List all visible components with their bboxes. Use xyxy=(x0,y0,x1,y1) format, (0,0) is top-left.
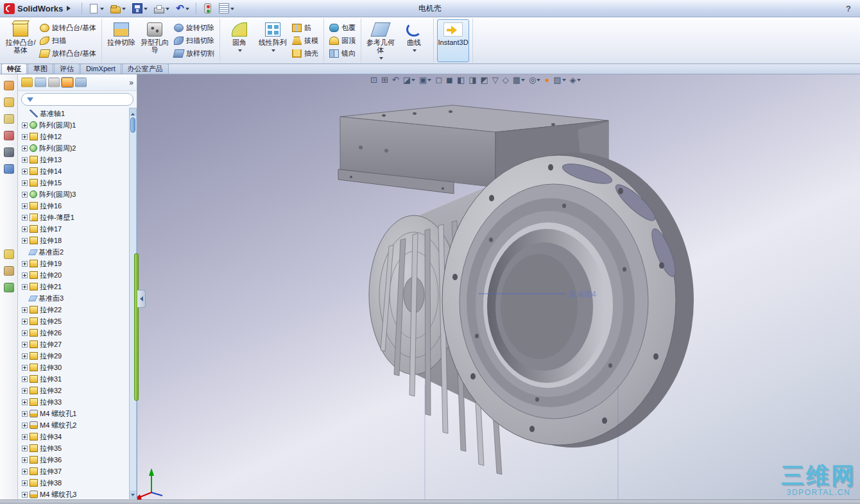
sweep-cut-button[interactable]: 扫描切除 xyxy=(172,35,216,46)
tool-icon-2[interactable] xyxy=(4,97,14,107)
tree-item-12[interactable]: 拉伸18 xyxy=(18,235,128,246)
mirror-button[interactable]: 镜向 xyxy=(327,48,357,59)
tree-item-8[interactable]: 阵列(圆周)3 xyxy=(18,189,128,200)
tool-icon-8[interactable] xyxy=(4,266,14,276)
tree-item-expander-icon[interactable] xyxy=(22,192,28,197)
isometric-view-icon[interactable]: ◇ xyxy=(501,74,510,86)
new-dropdown-icon[interactable] xyxy=(100,8,104,12)
new-document-button[interactable] xyxy=(87,1,106,15)
tree-item-34[interactable]: M4 螺纹孔3 xyxy=(18,489,128,500)
tree-item-expander-icon[interactable] xyxy=(22,169,28,174)
featuremanager-tab-icon[interactable] xyxy=(21,78,33,87)
tree-item-28[interactable]: M4 螺纹孔2 xyxy=(18,419,128,431)
panel-splitter-handle[interactable] xyxy=(134,253,139,401)
tree-item-expander-icon[interactable] xyxy=(22,180,28,186)
front-view-icon[interactable]: ◻ xyxy=(434,74,443,86)
tree-item-11[interactable]: 拉伸17 xyxy=(18,223,128,235)
tree-item-expander-icon[interactable] xyxy=(22,446,28,451)
extruded-cut-button[interactable]: 拉伸切除 xyxy=(105,19,137,62)
sweep-button[interactable]: 扫描 xyxy=(38,35,98,46)
tree-item-32[interactable]: 拉伸37 xyxy=(18,466,128,477)
tree-item-expander-icon[interactable] xyxy=(22,284,28,290)
tree-item-18[interactable]: 拉伸22 xyxy=(18,304,128,315)
tree-item-expander-icon[interactable] xyxy=(22,226,28,232)
scrollbar-down-arrow-icon[interactable] xyxy=(130,491,136,498)
save-button[interactable] xyxy=(130,1,150,15)
tree-item-expander-icon[interactable] xyxy=(22,307,28,313)
tree-item-expander-icon[interactable] xyxy=(22,157,28,163)
tree-item-20[interactable]: 拉伸26 xyxy=(18,327,128,339)
tool-icon-1[interactable] xyxy=(4,81,14,90)
undo-dropdown-icon[interactable] xyxy=(185,8,189,12)
left-view-icon[interactable]: ◧ xyxy=(456,74,466,86)
print-button[interactable] xyxy=(152,1,171,15)
tree-item-expander-icon[interactable] xyxy=(22,134,28,140)
tree-item-expander-icon[interactable] xyxy=(22,353,28,359)
wrap-button[interactable]: 包覆 xyxy=(327,22,357,33)
tree-item-27[interactable]: M4 螺纹孔1 xyxy=(18,408,128,419)
section-view-icon[interactable]: ◪ xyxy=(402,74,417,86)
tree-item-expander-icon[interactable] xyxy=(22,434,28,440)
bottom-view-icon[interactable]: ▽ xyxy=(491,74,500,86)
tree-item-22[interactable]: 拉伸29 xyxy=(18,350,128,362)
view-settings-icon[interactable]: ◈ xyxy=(569,74,582,86)
tool-icon-5[interactable] xyxy=(4,147,14,157)
tree-item-29[interactable]: 拉伸34 xyxy=(18,431,128,442)
right-view-icon[interactable]: ◨ xyxy=(467,74,477,86)
open-button[interactable] xyxy=(108,1,128,15)
menu-expand-arrow-icon[interactable] xyxy=(67,6,73,11)
tool-icon-9[interactable] xyxy=(4,283,14,292)
extrude-boss-button[interactable]: 拉伸凸台/基体 xyxy=(4,19,37,62)
displaymanager-tab-icon[interactable] xyxy=(75,78,87,87)
print-dropdown-icon[interactable] xyxy=(166,8,169,12)
display-style-icon[interactable]: ▦ xyxy=(512,74,526,86)
tree-item-expander-icon[interactable] xyxy=(22,122,28,128)
hide-show-items-icon[interactable]: ◎ xyxy=(528,74,542,86)
zoom-to-fit-icon[interactable]: ⊡ xyxy=(369,74,379,86)
fillet-dropdown-icon[interactable] xyxy=(238,49,242,54)
tree-item-expander-icon[interactable] xyxy=(22,238,28,244)
tree-item-14[interactable]: 拉伸19 xyxy=(18,258,128,269)
revolve-boss-button[interactable]: 旋转凸台/基体 xyxy=(38,22,98,33)
tree-item-expander-icon[interactable] xyxy=(22,411,28,417)
back-view-icon[interactable]: ◼ xyxy=(445,74,454,86)
tree-item-16[interactable]: 拉伸21 xyxy=(18,281,128,292)
tree-item-expander-icon[interactable] xyxy=(22,215,28,221)
tool-icon-6[interactable] xyxy=(4,164,14,174)
dome-button[interactable]: 圆顶 xyxy=(327,35,357,46)
tree-item-expander-icon[interactable] xyxy=(22,457,28,463)
tree-item-expander-icon[interactable] xyxy=(22,469,28,475)
curves-dropdown-icon[interactable] xyxy=(413,49,417,54)
tree-item-6[interactable]: 拉伸14 xyxy=(18,165,128,177)
tab-features[interactable]: 特征 xyxy=(1,63,27,74)
front-flange[interactable] xyxy=(442,153,694,448)
tree-item-2[interactable]: 阵列(圆周)1 xyxy=(18,119,128,131)
revolve-cut-button[interactable]: 旋转切除 xyxy=(172,22,216,33)
tab-evaluate[interactable]: 评估 xyxy=(54,63,80,74)
tool-icon-4[interactable] xyxy=(4,131,14,140)
help-button[interactable]: ? xyxy=(841,4,856,13)
tree-item-30[interactable]: 拉伸35 xyxy=(18,442,128,454)
tree-item-expander-icon[interactable] xyxy=(22,319,28,324)
tree-item-1[interactable]: 基准轴1 xyxy=(18,108,128,119)
tree-item-33[interactable]: 拉伸38 xyxy=(18,477,128,489)
linear-pattern-dropdown-icon[interactable] xyxy=(271,49,275,54)
options-dropdown-icon[interactable] xyxy=(230,8,234,12)
linear-pattern-button[interactable]: 线性阵列 xyxy=(257,19,289,62)
tree-item-15[interactable]: 拉伸20 xyxy=(18,269,128,281)
edit-appearance-icon[interactable]: ● xyxy=(543,74,551,86)
feature-tree-filter-input[interactable] xyxy=(37,96,128,103)
tree-item-expander-icon[interactable] xyxy=(22,492,28,498)
save-dropdown-icon[interactable] xyxy=(144,8,148,12)
tree-item-expander-icon[interactable] xyxy=(22,342,28,348)
tree-item-13[interactable]: 基准面2 xyxy=(18,246,128,258)
zoom-to-area-icon[interactable]: ⊞ xyxy=(380,74,390,86)
tree-item-9[interactable]: 拉伸16 xyxy=(18,200,128,212)
previous-view-icon[interactable]: ↶ xyxy=(391,74,400,86)
tree-item-5[interactable]: 拉伸13 xyxy=(18,154,128,165)
instant3d-button[interactable]: Instant3D xyxy=(437,19,469,62)
loft-cut-button[interactable]: 放样切割 xyxy=(172,48,216,59)
apply-scene-icon[interactable]: ▨ xyxy=(552,74,567,86)
shell-button[interactable]: 抽壳 xyxy=(290,48,320,59)
scrollbar-up-arrow-icon[interactable] xyxy=(130,108,136,116)
